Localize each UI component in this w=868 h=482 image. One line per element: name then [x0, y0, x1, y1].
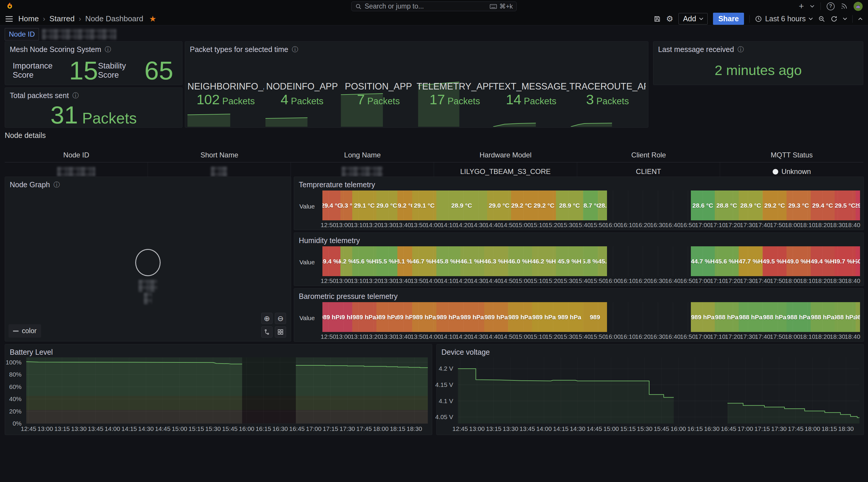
panel-title[interactable]: Device voltage [441, 348, 490, 357]
packet-stat: NEIGHBORINFO_APP102 Packets [187, 55, 264, 127]
timeline-segment-label: 29.2 °C [764, 202, 785, 209]
breadcrumb-starred[interactable]: Starred [49, 14, 74, 23]
panel-title[interactable]: Humidity telemetry [299, 236, 360, 245]
add-new-icon[interactable]: + [799, 1, 804, 11]
info-icon[interactable]: ⓘ [72, 92, 79, 99]
info-icon[interactable]: ⓘ [105, 47, 111, 53]
axis-tick-label: 17:40 [755, 277, 771, 284]
timeline-segment-label: 988 hPa [763, 314, 786, 321]
gridline [493, 246, 493, 276]
gridline [478, 190, 478, 220]
panel-device-voltage: Device voltage 4.05 V4.1 V4.15 V4.2 V 12… [436, 344, 864, 435]
axis-tick-label: 4.15 V [435, 381, 453, 388]
axis-tick-label: 18:00 [373, 425, 389, 432]
gridline [388, 246, 389, 276]
timeline-segment: 989 [583, 302, 607, 332]
timeline-segment: 49.0 %H [786, 246, 810, 276]
timeline-segment: 989 hPa [484, 302, 508, 332]
refresh-icon[interactable] [831, 16, 838, 23]
timeline-segment-label: 48.1 %H [397, 258, 412, 265]
add-button[interactable]: Add [678, 13, 707, 25]
gridline [807, 302, 808, 332]
timeline-segment: 988 hPa [786, 302, 810, 332]
axis-tick-label: 16:15 [687, 425, 703, 432]
axis-tick-label: 14:50 [500, 333, 516, 340]
axis-tick-label: 16:50 [680, 333, 695, 340]
graph-node[interactable] [135, 249, 161, 276]
y-axis: 4.05 V4.1 V4.15 V4.2 V [437, 357, 456, 424]
save-dashboard-icon[interactable] [654, 16, 661, 23]
axis-tick-label: 14:40 [485, 277, 501, 284]
panel-title[interactable]: Last message received [658, 45, 734, 54]
chevron-down-icon[interactable] [810, 5, 814, 8]
panel-title[interactable]: Temprerature telemetry [299, 180, 375, 189]
gridline [718, 190, 718, 220]
timeline-segment-label: 47.7 %H [739, 258, 763, 265]
timeline-segment: 988 hPa [715, 302, 739, 332]
info-icon[interactable]: ⓘ [54, 182, 60, 188]
gridline [733, 190, 733, 220]
menu-icon[interactable] [5, 16, 13, 22]
gridline [538, 246, 538, 276]
importance-score-value: 15 [69, 58, 98, 84]
gridline [463, 302, 464, 332]
zoom-in-button[interactable]: ⊕ [261, 313, 273, 324]
panel-title[interactable]: Total packets sent [10, 91, 69, 100]
info-icon[interactable]: ⓘ [738, 47, 744, 53]
divider [820, 2, 821, 10]
zoom-out-button[interactable]: ⊖ [275, 313, 286, 324]
nodeid-filter[interactable]: Node ID [5, 28, 39, 40]
gridline [628, 190, 628, 220]
column-header: Long Name [291, 148, 434, 162]
packet-stat: NODEINFO_APP4 Packets [264, 55, 340, 127]
refresh-interval-chevron-icon[interactable] [843, 18, 847, 20]
grafana-logo-icon[interactable] [5, 2, 14, 11]
timeline-segment-label: 989 hPa [340, 314, 352, 321]
panel-title[interactable]: Mesh Node Scoring System [10, 45, 101, 54]
gridline [703, 190, 703, 220]
news-rss-icon[interactable] [841, 3, 848, 10]
axis-tick-label: 13:00 [37, 425, 53, 432]
layout-hierarchy-button[interactable] [261, 326, 273, 338]
favorite-star-icon[interactable]: ★ [149, 14, 156, 24]
timeline-segment: 989 hPa [376, 302, 397, 332]
gridline [463, 190, 464, 220]
gridline [568, 246, 568, 276]
dashboard-settings-icon[interactable]: ⚙ [666, 14, 673, 24]
panel-title[interactable]: Battery Level [10, 348, 53, 357]
panel-total-packets: Total packets sentⓘ 31 Packets [5, 87, 182, 128]
search-input[interactable]: Search or jump to... ⌘+k [351, 1, 517, 11]
breadcrumb-dashboard[interactable]: Node Dashboard [85, 14, 144, 23]
breadcrumb-home[interactable]: Home [18, 14, 39, 23]
timeline-segment: 988 hPa [763, 302, 786, 332]
share-button[interactable]: Share [713, 13, 744, 25]
packet-count: 102 Packets [187, 91, 264, 108]
info-icon[interactable]: ⓘ [292, 47, 298, 53]
timeline-segment-label: 45.6 %H [352, 258, 376, 265]
user-avatar[interactable] [854, 2, 863, 11]
axis-tick-label: 18:20 [815, 277, 831, 284]
axis-tick-label: 16:30 [650, 277, 666, 284]
gridline [388, 190, 389, 220]
axis-tick-label: 17:30 [740, 221, 755, 229]
collapse-toolbar-icon[interactable] [858, 18, 863, 20]
axis-tick-label: 13:15 [486, 425, 502, 432]
packet-type-label: TEXT_MESSAGE_APP [493, 81, 569, 92]
axis-tick-label: 14:20 [456, 221, 471, 229]
zoom-out-time-icon[interactable] [818, 16, 825, 23]
panel-title[interactable]: Packet types for selected time [190, 45, 288, 54]
help-icon[interactable]: ? [827, 2, 835, 10]
axis-tick-label: 14:40 [485, 221, 501, 229]
time-range-picker[interactable]: Last 6 hours [755, 14, 813, 23]
panel-title[interactable]: Node Graph [10, 180, 50, 189]
panel-title[interactable]: Barometric pressure telemetry [299, 292, 398, 301]
panel-title[interactable]: Node details [5, 131, 863, 140]
axis-tick-label: 12:50 [321, 221, 336, 229]
timeline-segment-label: 49.5 %H [763, 258, 787, 265]
graph-legend-color[interactable]: color [8, 324, 41, 338]
packet-count-number: 4 [280, 92, 288, 107]
axis-tick-label: 18:30 [830, 277, 845, 284]
nodeid-filter-value-redacted[interactable] [42, 29, 116, 40]
layout-grid-button[interactable] [275, 326, 286, 338]
timeline-segment-label: 45.5 %H [376, 258, 397, 265]
